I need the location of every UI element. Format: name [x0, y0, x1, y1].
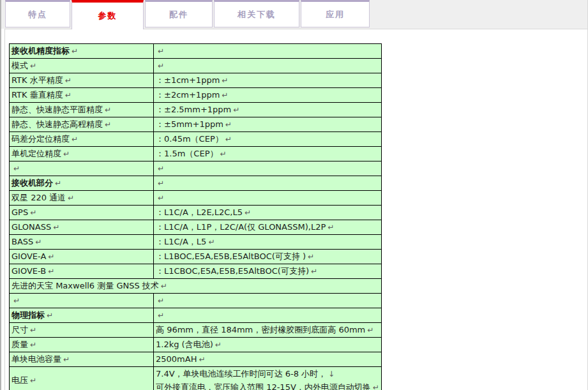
spec-label: GPS	[11, 207, 28, 217]
spec-value-cell: ：0.45m（CEP）↵	[154, 132, 382, 147]
tab-accessories[interactable]: 配件	[145, 0, 213, 27]
spec-value: 可外接直流电，宽压输入范围 12-15V，内外电源自动切换	[156, 382, 371, 390]
table-row: 物理指标↵↵	[10, 308, 382, 323]
spec-value-cell: ↵	[154, 44, 382, 59]
table-row: 静态、快速静态高程精度↵：±5mm+1ppm↵	[10, 117, 382, 132]
table-row: GLONASS↵：L1C/A，L1P，L2C/A(仅 GLONASSM),L2P…	[10, 220, 382, 235]
spec-label: 质量	[11, 340, 28, 349]
paragraph-return-mark-icon: ↵	[68, 193, 74, 202]
paragraph-return-mark-icon: ↵	[53, 223, 59, 232]
table-row: ↵↵	[10, 294, 382, 308]
table-row: 接收机部分↵↵	[10, 176, 382, 191]
spec-value-cell: ：±2.5mm+1ppm↵	[154, 103, 382, 117]
spec-value-cell: 高 96mm，直径 184mm，密封橡胶圈到底面高 60mm↵	[154, 323, 382, 338]
spec-value: ：1.5m（CEP）	[156, 149, 218, 158]
paragraph-return-mark-icon: ↵	[55, 179, 61, 188]
spec-label: 码差分定位精度	[11, 134, 70, 144]
spec-value-cell: 1.2kg (含电池)↵	[154, 338, 382, 352]
paragraph-return-mark-icon: ↵	[208, 237, 215, 246]
spec-label-cell: GPS↵	[10, 206, 154, 220]
tab-downloads[interactable]: 相关下载	[214, 0, 299, 27]
spec-label-cell: 接收机精度指标↵	[10, 44, 154, 59]
spec-value-cell: ：L1CBOC,E5A,E5B,E5AltBOC(可支持)↵	[154, 264, 382, 279]
spec-label-cell: BASS↵	[10, 235, 154, 250]
spec-label: GIOVE-A	[11, 251, 46, 261]
spec-label: 接收机精度指标	[11, 46, 70, 56]
window-left-edge	[0, 0, 1, 390]
spec-label-cell: 电压↵	[10, 367, 154, 390]
paragraph-return-mark-icon: ↵	[30, 376, 36, 385]
spec-value: ：L1C/A，L5	[156, 237, 206, 246]
spec-label-cell: GIOVE-B↵	[10, 264, 154, 279]
table-row: RTK 水平精度↵：±1cm+1ppm↵	[10, 73, 382, 88]
paragraph-return-mark-icon: ↵	[199, 355, 205, 364]
paragraph-return-mark-icon: ↵	[30, 340, 36, 349]
paragraph-return-mark-icon: ↵	[225, 135, 232, 144]
paragraph-return-mark-icon: ↵	[222, 76, 228, 85]
paragraph-return-mark-icon: ↵	[158, 193, 164, 202]
paragraph-return-mark-icon: ↵	[63, 355, 70, 364]
spec-label-cell: 接收机部分↵	[10, 176, 154, 191]
spec-value: ：±5mm+1ppm	[156, 119, 223, 129]
spec-label: GIOVE-B	[11, 266, 46, 276]
paragraph-return-mark-icon: ↵	[48, 267, 54, 276]
table-row: 先进的天宝 Maxwell6 测量 GNSS 技术↵	[10, 279, 382, 294]
spec-label-cell: 单机定位精度↵	[10, 147, 154, 161]
spec-label-cell: 双星 220 通道↵	[10, 191, 154, 206]
paragraph-return-mark-icon: ↵	[30, 61, 36, 70]
paragraph-return-mark-icon: ↵	[158, 179, 164, 188]
tab-applications[interactable]: 应用	[301, 0, 370, 27]
spec-value-cell: ↵	[154, 59, 382, 73]
paragraph-return-mark-icon: ↵	[158, 296, 164, 305]
spec-value-cell: ↵	[154, 161, 382, 176]
table-row: GIOVE-A↵：L1BOC,E5A,E5B,E5AltBOC(可支持 )↵	[10, 250, 382, 264]
table-row: 单块电池容量↵2500mAH↵	[10, 352, 382, 367]
spec-table: 接收机精度指标↵↵模式↵↵RTK 水平精度↵：±1cm+1ppm↵RTK 垂直精…	[9, 43, 382, 390]
table-row: GIOVE-B↵：L1CBOC,E5A,E5B,E5AltBOC(可支持)↵	[10, 264, 382, 279]
paragraph-return-mark-icon: ↵	[105, 105, 111, 114]
spec-label: 模式	[11, 61, 28, 70]
paragraph-return-mark-icon: ↵	[30, 326, 36, 334]
table-row: 电压↵7.4V，单块电池连续工作时间可达 6-8 小时，↓可外接直流电，宽压输入…	[10, 367, 382, 390]
spec-label: RTK 垂直精度	[11, 90, 63, 100]
spec-value-cell: ：±5mm+1ppm↵	[154, 117, 382, 132]
table-row: 单机定位精度↵：1.5m（CEP）↵	[10, 147, 382, 161]
spec-value-cell: ：1.5m（CEP）↵	[154, 147, 382, 161]
spec-label-cell: 码差分定位精度↵	[10, 132, 154, 147]
paragraph-return-mark-icon: ↵	[311, 267, 317, 276]
spec-label-cell: 质量↵	[10, 338, 154, 352]
paragraph-return-mark-icon: ↵	[245, 208, 251, 217]
spec-value-cell: ↵	[154, 294, 382, 308]
spec-value-cell: ：±1cm+1ppm↵	[154, 73, 382, 88]
table-row: RTK 垂直精度↵：±2cm+1ppm↵	[10, 88, 382, 103]
spec-label-cell: GLONASS↵	[10, 220, 154, 235]
paragraph-return-mark-icon: ↵	[308, 252, 314, 261]
tab-parameters[interactable]: 参数	[72, 0, 144, 29]
spec-value-line: 7.4V，单块电池连续工作时间可达 6-8 小时，↓	[156, 367, 379, 380]
paragraph-return-mark-icon: ↵	[233, 105, 239, 114]
paragraph-return-mark-icon: ↵	[13, 164, 20, 173]
paragraph-return-mark-icon: ↵	[161, 281, 167, 290]
table-row: 静态、快速静态平面精度↵：±2.5mm+1ppm↵	[10, 103, 382, 117]
spec-table-body: 接收机精度指标↵↵模式↵↵RTK 水平精度↵：±1cm+1ppm↵RTK 垂直精…	[10, 44, 382, 390]
paragraph-return-mark-icon: ↵	[72, 47, 78, 56]
spec-value: 高 96mm，直径 184mm，密封橡胶圈到底面高 60mm	[156, 325, 365, 334]
table-row: GPS↵：L1C/A，L2E,L2C,L5↵	[10, 206, 382, 220]
spec-value-cell: 7.4V，单块电池连续工作时间可达 6-8 小时，↓可外接直流电，宽压输入范围 …	[154, 367, 382, 390]
spec-label: BASS	[11, 237, 33, 246]
tab-features[interactable]: 特点	[5, 0, 70, 27]
paragraph-return-mark-icon: ↵	[72, 135, 78, 144]
spec-label: 双星 220 通道	[11, 193, 66, 202]
tab-strip: 特点参数配件相关下载应用	[0, 0, 588, 29]
spec-value: 1.2kg (含电池)	[156, 340, 213, 349]
spec-label: 先进的天宝 Maxwell6 测量 GNSS 技术	[11, 281, 159, 290]
spec-value: ：±2.5mm+1ppm	[156, 105, 231, 114]
spec-value: ：L1C/A，L2E,L2C,L5	[156, 207, 243, 217]
spec-value: ：L1CBOC,E5A,E5B,E5AltBOC(可支持)	[156, 266, 309, 276]
paragraph-return-mark-icon: ↵	[30, 208, 36, 217]
paragraph-return-mark-icon: ↵	[35, 237, 41, 246]
spec-value: 2500mAH	[156, 354, 197, 364]
spec-value-cell: ：±2cm+1ppm↵	[154, 88, 382, 103]
paragraph-return-mark-icon: ↵	[63, 149, 70, 158]
spec-value-cell: 2500mAH↵	[154, 352, 382, 367]
